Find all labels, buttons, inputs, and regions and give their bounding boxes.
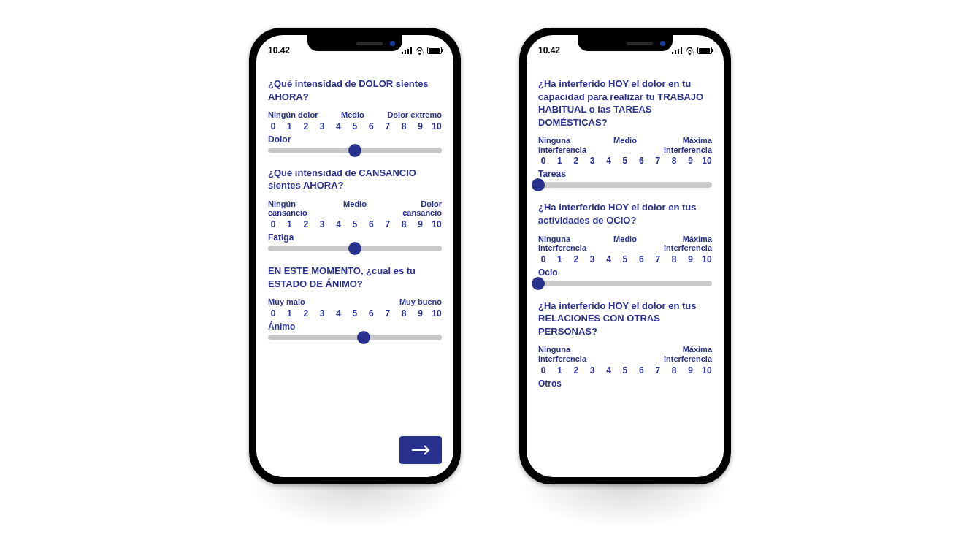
- slider-work[interactable]: [538, 182, 712, 188]
- phone-mockup-right: 10.42 ¿Ha interferido HOY el dolor en tu…: [519, 28, 731, 484]
- scale-tick: 3: [587, 254, 597, 265]
- anchors-pain: Ningún dolor Medio Dolor extremo: [268, 110, 442, 120]
- anchors-relations: Ninguna interferencia Máxima interferenc…: [538, 345, 712, 363]
- signal-icon: [672, 47, 682, 54]
- scale-tick: 2: [571, 365, 581, 376]
- anchor-right: Dolor cansancio: [383, 199, 442, 218]
- anchor-right: Dolor extremo: [387, 110, 442, 120]
- scale-relations: 012345678910: [538, 365, 712, 376]
- scale-tick: 3: [317, 308, 327, 319]
- scale-tick: 9: [686, 254, 696, 265]
- scale-tick: 5: [620, 254, 630, 265]
- scale-tick: 0: [538, 254, 548, 265]
- scale-tick: 9: [416, 308, 426, 319]
- slider-label-pain: Dolor: [268, 134, 442, 145]
- slider-label-relations: Otros: [538, 378, 712, 389]
- scale-tick: 9: [416, 121, 426, 132]
- scale-tick: 6: [366, 308, 376, 319]
- survey-content: ¿Qué intensidad de DOLOR sientes AHORA? …: [268, 60, 442, 340]
- anchor-right: Máxima interferencia: [654, 136, 712, 154]
- scale-leisure: 012345678910: [538, 254, 712, 265]
- scale-tick: 1: [284, 121, 294, 132]
- anchors-work: Ninguna interferencia Medio Máxima inter…: [538, 136, 712, 154]
- scale-tick: 6: [636, 365, 646, 376]
- scale-tick: 7: [383, 308, 393, 319]
- question-mood: EN ESTE MOMENTO, ¿cual es tu ESTADO DE Á…: [268, 265, 442, 290]
- scale-tick: 5: [350, 121, 360, 132]
- scale-tick: 10: [702, 254, 712, 265]
- scale-work: 012345678910: [538, 156, 712, 166]
- anchor-right: Máxima interferencia: [654, 235, 712, 253]
- scale-tick: 5: [620, 365, 630, 376]
- scale-tick: 3: [317, 121, 327, 132]
- scale-tick: 2: [571, 254, 581, 265]
- slider-thumb[interactable]: [348, 242, 361, 255]
- scale-tick: 10: [702, 365, 712, 376]
- scale-tick: 7: [383, 219, 393, 229]
- question-fatigue: ¿Qué intensidad de CANSANCIO sientes AHO…: [268, 167, 442, 192]
- scale-tick: 6: [366, 121, 376, 132]
- scale-tick: 7: [383, 121, 393, 132]
- scale-tick: 0: [268, 219, 278, 229]
- scale-tick: 7: [653, 156, 663, 166]
- slider-fatigue[interactable]: [268, 246, 442, 251]
- anchor-mid: Medio: [343, 199, 367, 218]
- scale-tick: 5: [350, 219, 360, 229]
- next-button[interactable]: [399, 436, 442, 464]
- scale-tick: 0: [538, 365, 548, 376]
- slider-thumb[interactable]: [348, 144, 361, 157]
- scale-tick: 6: [636, 254, 646, 265]
- scale-tick: 10: [432, 308, 442, 319]
- question-work: ¿Ha interferido HOY el dolor en tu capac…: [538, 77, 712, 129]
- scale-tick: 1: [554, 254, 564, 265]
- anchor-left: Ninguna interferencia: [538, 345, 597, 363]
- anchor-left: Ninguna interferencia: [538, 235, 597, 253]
- anchor-right: Máxima interferencia: [654, 345, 712, 363]
- scale-tick: 8: [669, 365, 679, 376]
- anchor-mid: Medio: [613, 136, 637, 154]
- slider-label-fatigue: Fatiga: [268, 232, 442, 243]
- question-relations: ¿Ha interferido HOY el dolor en tus RELA…: [538, 300, 712, 338]
- scale-tick: 1: [284, 308, 294, 319]
- scale-tick: 6: [636, 156, 646, 166]
- battery-icon: [427, 47, 442, 54]
- scale-tick: 4: [604, 254, 614, 265]
- scale-tick: 9: [686, 365, 696, 376]
- scale-tick: 4: [604, 365, 614, 376]
- survey-content: ¿Ha interferido HOY el dolor en tu capac…: [538, 60, 712, 389]
- slider-thumb[interactable]: [532, 277, 545, 290]
- anchor-left: Ninguna interferencia: [538, 136, 597, 154]
- slider-pain[interactable]: [268, 148, 442, 153]
- anchors-mood: Muy malo Muy bueno: [268, 297, 442, 307]
- wifi-icon: [415, 47, 424, 54]
- scale-pain: 012345678910: [268, 121, 442, 132]
- slider-leisure[interactable]: [538, 281, 712, 286]
- arrow-right-icon: [411, 445, 430, 455]
- scale-tick: 4: [334, 219, 344, 229]
- device-notch: [307, 35, 402, 51]
- scale-tick: 0: [538, 156, 548, 166]
- scale-tick: 7: [653, 254, 663, 265]
- scale-tick: 3: [317, 219, 327, 229]
- scale-tick: 10: [432, 121, 442, 132]
- anchors-fatigue: Ningún cansancio Medio Dolor cansancio: [268, 199, 442, 218]
- anchor-left: Ningún cansancio: [268, 199, 326, 218]
- status-time: 10.42: [268, 45, 290, 56]
- slider-mood[interactable]: [268, 335, 442, 340]
- slider-thumb[interactable]: [532, 178, 545, 191]
- scale-tick: 8: [669, 156, 679, 166]
- scale-tick: 4: [604, 156, 614, 166]
- scale-tick: 1: [554, 156, 564, 166]
- anchor-mid: Medio: [341, 110, 364, 120]
- scale-tick: 9: [686, 156, 696, 166]
- scale-tick: 0: [268, 308, 278, 319]
- anchor-right: Muy bueno: [399, 297, 442, 307]
- scale-tick: 4: [334, 121, 344, 132]
- slider-label-leisure: Ocio: [538, 267, 712, 278]
- scale-tick: 8: [669, 254, 679, 265]
- slider-thumb[interactable]: [357, 331, 370, 344]
- battery-icon: [697, 47, 712, 54]
- scale-tick: 6: [366, 219, 376, 229]
- scale-tick: 2: [571, 156, 581, 166]
- anchor-left: Muy malo: [268, 297, 305, 307]
